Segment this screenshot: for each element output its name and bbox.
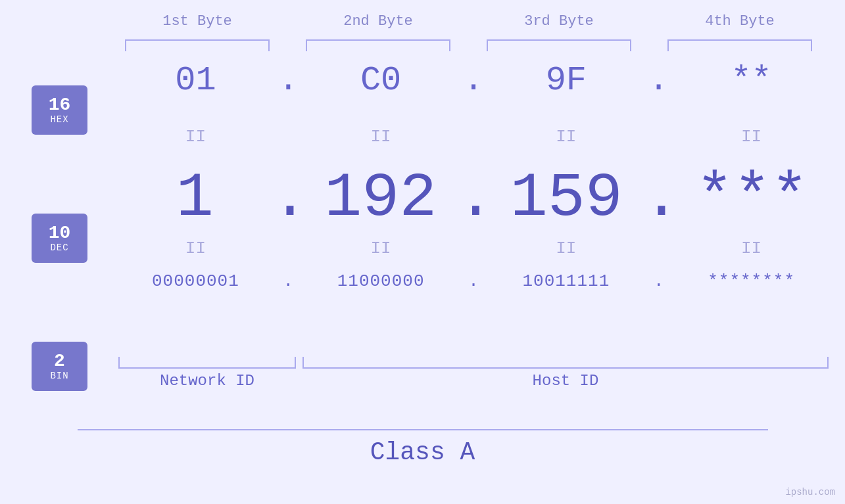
equals-2-1: II bbox=[118, 239, 273, 258]
dot-dec-1: . bbox=[272, 163, 304, 234]
dot-hex-1: . bbox=[273, 61, 304, 100]
content-area: 01 . C0 . 9F . ** II II II II 1 . 192 . … bbox=[0, 61, 845, 504]
dot-dec-2: . bbox=[457, 163, 490, 234]
dot-hex-2: . bbox=[458, 61, 489, 100]
host-id-group: Host ID bbox=[302, 357, 829, 390]
bin-row: 00000001 . 11000000 . 10011111 . *******… bbox=[118, 271, 829, 291]
hex-row: 01 . C0 . 9F . ** bbox=[118, 61, 829, 100]
bracket-top-4 bbox=[667, 39, 812, 51]
byte-labels-row: 1st Byte 2nd Byte 3rd Byte 4th Byte bbox=[107, 13, 831, 30]
equals-1-4: II bbox=[674, 127, 829, 147]
equals-1-3: II bbox=[489, 127, 643, 147]
bracket-top-1 bbox=[125, 39, 270, 51]
equals-row-1: II II II II bbox=[118, 127, 829, 147]
host-bracket bbox=[302, 357, 829, 369]
equals-row-2: II II II II bbox=[118, 239, 829, 258]
bracket-top-3 bbox=[487, 39, 631, 51]
bin-value-2: 11000000 bbox=[304, 271, 458, 291]
bin-value-3: 10011111 bbox=[489, 271, 643, 291]
class-a-label: Class A bbox=[0, 438, 845, 467]
equals-1-2: II bbox=[304, 127, 458, 147]
hex-value-4: ** bbox=[674, 61, 829, 100]
bracket-top-2 bbox=[306, 39, 450, 51]
equals-2-3: II bbox=[489, 239, 643, 258]
dot-bin-1: . bbox=[273, 271, 304, 291]
dec-row: 1 . 192 . 159 . *** bbox=[118, 163, 829, 234]
equals-2-4: II bbox=[674, 239, 829, 258]
byte-label-1: 1st Byte bbox=[115, 13, 279, 30]
host-id-label: Host ID bbox=[533, 372, 599, 390]
network-id-label: Network ID bbox=[160, 372, 254, 390]
watermark: ipshu.com bbox=[785, 487, 835, 497]
byte-label-4: 4th Byte bbox=[658, 13, 822, 30]
byte-label-3: 3rd Byte bbox=[477, 13, 641, 30]
dec-value-1: 1 bbox=[118, 168, 272, 230]
hex-value-2: C0 bbox=[304, 61, 458, 100]
equals-1-1: II bbox=[118, 127, 273, 147]
network-id-group: Network ID bbox=[118, 357, 296, 390]
bin-value-4: ******** bbox=[674, 271, 829, 291]
byte-label-2: 2nd Byte bbox=[296, 13, 460, 30]
dot-hex-3: . bbox=[643, 61, 674, 100]
class-label-area: Class A bbox=[0, 429, 845, 467]
hex-value-3: 9F bbox=[489, 61, 643, 100]
bottom-brackets-area: Network ID Host ID bbox=[118, 357, 829, 390]
dot-bin-2: . bbox=[458, 271, 489, 291]
class-underline bbox=[78, 429, 768, 430]
equals-2-2: II bbox=[304, 239, 458, 258]
top-brackets bbox=[107, 39, 831, 51]
hex-value-1: 01 bbox=[118, 61, 273, 100]
dot-dec-3: . bbox=[643, 163, 676, 234]
network-bracket bbox=[118, 357, 296, 369]
dec-value-2: 192 bbox=[304, 168, 458, 230]
bin-value-1: 00000001 bbox=[118, 271, 273, 291]
main-container: 1st Byte 2nd Byte 3rd Byte 4th Byte 16 H… bbox=[0, 0, 845, 504]
dot-bin-3: . bbox=[643, 271, 674, 291]
dec-value-4: *** bbox=[676, 168, 829, 230]
dec-value-3: 159 bbox=[490, 168, 643, 230]
